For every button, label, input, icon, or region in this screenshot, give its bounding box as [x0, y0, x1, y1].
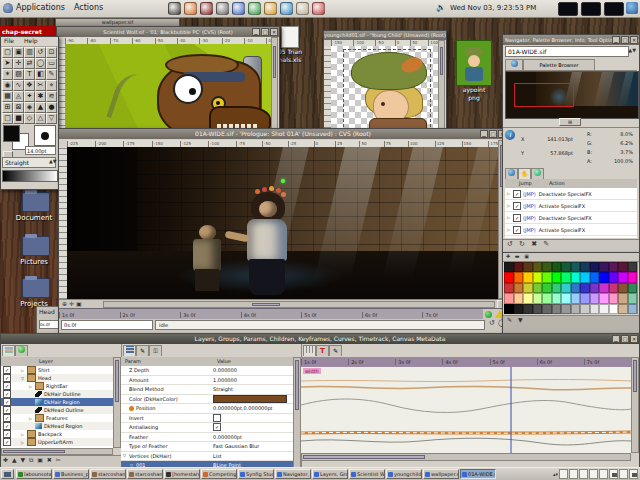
tray-blue-icon[interactable] — [626, 2, 638, 14]
task-button[interactable]: Scientist Wol — [349, 469, 385, 479]
palette-swatch[interactable] — [609, 304, 619, 314]
navigator-thumbnail[interactable] — [505, 71, 639, 119]
palette-swatch[interactable] — [514, 304, 524, 314]
gnome-foot-icon[interactable] — [3, 3, 13, 13]
main-window-titlebar[interactable]: 01A-WIDE.sif - 'Prologue: Shot 01A' (Uns… — [59, 129, 507, 139]
layer-name[interactable]: Backpack — [38, 431, 62, 437]
app-launcher-icon[interactable] — [168, 2, 181, 15]
timebar-label[interactable]: 4s 0f — [241, 312, 302, 318]
tool-options-tab[interactable]: ✋ — [518, 168, 531, 179]
synfig-toolbox-window[interactable]: File Help ▢▣▥↺⊡➤✛⇄◯▭✶▨T◧✎◉∿❖✂⌖▦◬✦✱≋⊞⊠◈▲●… — [0, 36, 59, 190]
tool-button[interactable]: ⊡ — [46, 47, 57, 58]
palette-swatch[interactable] — [618, 262, 628, 272]
palette-swatch[interactable] — [580, 283, 590, 293]
params-col-value[interactable]: Value — [217, 358, 231, 364]
history-jump-link[interactable]: (JMP) — [523, 215, 536, 221]
desktop-icon-waypoint[interactable]: aypoint png — [453, 40, 495, 106]
param-value-cell[interactable]: ✓ — [213, 423, 293, 432]
tool-button[interactable]: ✛ — [13, 58, 24, 69]
workspace-cell[interactable] — [579, 469, 588, 479]
wolf-vertical-scrollbar[interactable] — [271, 37, 278, 138]
tool-button[interactable]: ⇄ — [24, 58, 35, 69]
task-button[interactable]: Competing S — [201, 469, 237, 479]
palette-swatch[interactable] — [504, 262, 514, 272]
palette-swatch[interactable] — [561, 293, 571, 303]
palette-swatch[interactable] — [561, 272, 571, 282]
main-canvas-artwork[interactable] — [67, 147, 498, 299]
tool-button[interactable]: ❖ — [24, 80, 35, 91]
param-value-cell[interactable]: Fast Gaussian Blur — [213, 442, 293, 451]
palette-swatch[interactable] — [523, 262, 533, 272]
tool-button[interactable]: ◯ — [35, 58, 46, 69]
tool-button[interactable]: T — [24, 69, 35, 80]
palette-swatch[interactable] — [590, 262, 600, 272]
head-time-field[interactable]: 0s.0f — [39, 320, 59, 329]
timebar-label[interactable]: 7s 0f — [422, 312, 483, 318]
palette-swatch[interactable] — [599, 272, 609, 282]
layer-row[interactable]: ✓▷UpperLeftArm — [1, 438, 113, 446]
history-checkbox[interactable]: ✓ — [513, 202, 521, 210]
dock-window-buttons[interactable]: ▁□✕ — [612, 335, 638, 343]
navigator-zoom-button[interactable]: ⊞ — [559, 118, 581, 126]
folder-icon[interactable] — [22, 192, 50, 212]
tool-button[interactable]: ◬ — [13, 91, 24, 102]
app-launcher-icon[interactable] — [248, 2, 261, 15]
canvas-select-combo[interactable]: 01A-WIDE.sif — [505, 46, 629, 57]
cut-layer-icon[interactable]: ✂ — [56, 456, 61, 463]
palette-swatch[interactable] — [571, 262, 581, 272]
clear-history-icon[interactable]: ✖ — [531, 240, 537, 248]
spinner-arrows-icon[interactable]: ▲▼ — [49, 158, 57, 164]
tool-button[interactable]: ⊠ — [13, 102, 24, 113]
redo-icon[interactable]: ↻ — [519, 240, 525, 248]
layer-name[interactable]: DkHead Region — [44, 423, 83, 429]
history-jump-link[interactable]: (JMP) — [523, 203, 536, 209]
tool-button[interactable]: ≋ — [46, 91, 57, 102]
minimize-icon[interactable]: ▁ — [612, 36, 620, 44]
desktop-icon-label[interactable]: Pictures — [6, 258, 62, 266]
tool-button[interactable]: ⌖ — [46, 80, 57, 91]
history-checkbox[interactable]: ✓ — [513, 214, 521, 222]
palette-swatch[interactable] — [514, 272, 524, 282]
dock-titlebar[interactable]: Layers, Groups, Params, Children, Keyfra… — [1, 334, 639, 344]
param-value[interactable]: List — [213, 453, 222, 459]
navigator-window[interactable]: Navigator, Palette Browser, Info, Tool O… — [502, 34, 640, 254]
tool-button[interactable]: △ — [35, 113, 46, 124]
layer-row[interactable]: ✓▷Shirt — [1, 366, 113, 374]
palette-swatch[interactable] — [542, 262, 552, 272]
timebar-label[interactable]: 6s 0f — [362, 312, 423, 318]
task-button[interactable]: wallpaper.sif — [423, 469, 459, 479]
maximize-icon[interactable]: □ — [621, 335, 629, 343]
palette-swatch[interactable] — [628, 272, 638, 282]
group-layer-icon[interactable]: ▣ — [37, 456, 43, 463]
palette-swatch[interactable] — [599, 262, 609, 272]
palette-swatch[interactable] — [504, 293, 514, 303]
maximize-icon[interactable]: □ — [621, 36, 629, 44]
timebar-label[interactable]: 1s 0f — [301, 359, 348, 365]
curves-vertical-scrollbar[interactable] — [631, 357, 639, 453]
history-checkbox[interactable]: ✓ — [513, 190, 521, 198]
layer-name[interactable]: Head — [38, 375, 51, 381]
tool-button[interactable]: ∿ — [13, 80, 24, 91]
navigator-window-buttons[interactable]: ▁□✕ — [612, 36, 638, 44]
brush-preview[interactable] — [34, 125, 56, 146]
param-value[interactable]: 0.000000pt — [213, 434, 242, 440]
app-launcher-icon[interactable] — [200, 2, 213, 15]
main-canvas-window[interactable]: 01A-WIDE.sif - 'Prologue: Shot 01A' (Uns… — [58, 128, 508, 336]
task-button[interactable]: 01A-WIDE.sif — [460, 469, 496, 479]
curves-horizontal-scrollbar[interactable] — [301, 453, 631, 461]
duplicate-layer-icon[interactable]: ⧉ — [29, 456, 33, 463]
palette-swatch[interactable] — [618, 272, 628, 282]
keyframes-tab[interactable]: ⚿ — [149, 345, 162, 356]
applications-menu[interactable]: Applications — [16, 3, 65, 12]
palette-swatch[interactable] — [599, 283, 609, 293]
tool-button[interactable]: ▽ — [46, 113, 57, 124]
menu-help[interactable]: Help — [24, 37, 38, 44]
zoom-icon[interactable]: ⊕ — [62, 300, 67, 307]
app-launcher-icon[interactable] — [280, 2, 293, 15]
minimize-icon[interactable]: ▁ — [252, 28, 260, 36]
tool-button[interactable]: ◧ — [35, 69, 46, 80]
palette-swatch[interactable] — [552, 293, 562, 303]
layer-name[interactable]: Features — [46, 415, 68, 421]
new-layer-icon[interactable]: ✚ — [3, 456, 8, 463]
palette-swatch[interactable] — [618, 304, 628, 314]
